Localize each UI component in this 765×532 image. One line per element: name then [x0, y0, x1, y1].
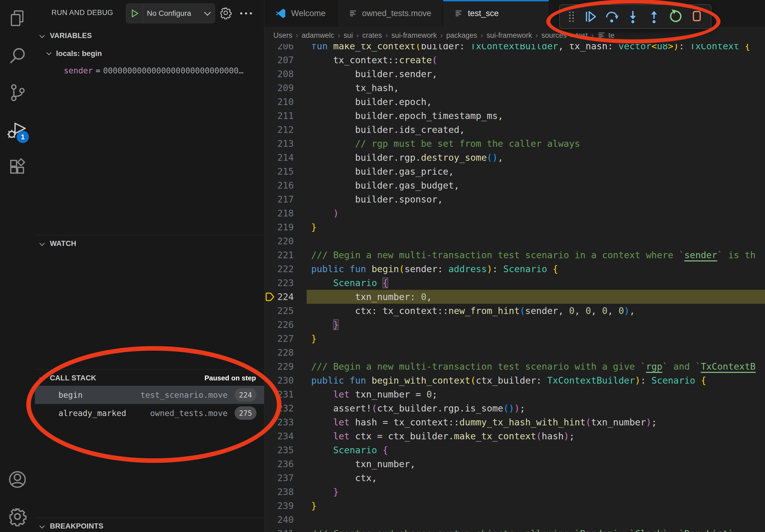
code-line-240[interactable]: 240	[264, 513, 765, 527]
line-number: 226	[264, 318, 294, 332]
more-actions-icon[interactable]	[239, 8, 253, 20]
line-number: 213	[264, 136, 294, 150]
line-number: 214	[264, 150, 294, 164]
code-line-206[interactable]: 206fun make_tx_context(builder: TxContex…	[264, 44, 765, 53]
code-text: }	[311, 485, 339, 499]
breadcrumb-separator: ›	[353, 31, 363, 40]
call-stack-section-header[interactable]: CALL STACK Paused on step	[35, 372, 264, 384]
search-icon[interactable]	[0, 41, 35, 71]
debug-config-dropdown[interactable]: No Configura	[126, 3, 215, 23]
code-line-223[interactable]: 223 Scenario {	[264, 276, 765, 290]
code-line-220[interactable]: 220	[264, 234, 765, 248]
code-line-237[interactable]: 237 ctx,	[264, 471, 765, 485]
breadcrumb-file[interactable]: te	[597, 31, 615, 40]
code-line-227[interactable]: 227}	[264, 332, 765, 346]
code-line-232[interactable]: 232 assert!(ctx_builder.rgp.is_some());	[264, 401, 765, 415]
stack-frame-already_marked[interactable]: already_markedowned_tests.move275	[35, 404, 264, 422]
code-line-233[interactable]: 233 let hash = tx_context::dummy_tx_hash…	[264, 415, 765, 429]
code-line-207[interactable]: 207 tx_context::create(	[264, 53, 765, 67]
call-stack-frames: begintest_scenario.move224already_marked…	[35, 386, 264, 422]
breadcrumb-item[interactable]: adamwelc	[302, 31, 335, 40]
breadcrumb-item[interactable]: crates	[363, 31, 382, 40]
breakpoints-section-header[interactable]: BREAKPOINTS	[35, 520, 264, 532]
breadcrumb-item[interactable]: sui-framework	[391, 31, 437, 40]
code-line-238[interactable]: 238 }	[264, 485, 765, 499]
source-control-icon[interactable]	[0, 78, 35, 108]
code-line-239[interactable]: 239}	[264, 499, 765, 513]
code-line-214[interactable]: 214 builder.rgp.destroy_some(),	[264, 150, 765, 164]
code-line-241[interactable]: 241/// Creates and shares system objects…	[264, 527, 765, 532]
line-number: 220	[264, 234, 294, 248]
breadcrumb-item[interactable]: packages	[446, 31, 477, 40]
code-text: builder.epoch_timestamp_ms,	[311, 109, 503, 123]
continue-icon[interactable]	[582, 8, 598, 25]
code-line-217[interactable]: 217 builder.sponsor,	[264, 192, 765, 206]
code-line-230[interactable]: 230public fun begin_with_context(ctx_bui…	[264, 374, 765, 387]
step-out-icon[interactable]	[646, 8, 662, 25]
code-line-236[interactable]: 236 txn_number,	[264, 457, 765, 471]
breadcrumb-item[interactable]: sui-framework	[486, 31, 532, 40]
line-number: 228	[264, 346, 294, 360]
tab-test-sce[interactable]: test_sce	[443, 0, 549, 27]
line-number: 225	[264, 304, 294, 318]
stack-frame-begin[interactable]: begintest_scenario.move224	[35, 386, 264, 404]
debug-settings-gear-icon[interactable]	[219, 6, 232, 20]
code-line-208[interactable]: 208 builder.sender,	[264, 67, 765, 81]
code-line-211[interactable]: 211 builder.epoch_timestamp_ms,	[264, 109, 765, 123]
code-line-229[interactable]: 229/// Begin a new multi-transaction tes…	[264, 360, 765, 374]
breadcrumb-item[interactable]: sources	[541, 31, 567, 40]
variables-scope-row[interactable]: locals: begin	[47, 49, 102, 58]
code-line-226[interactable]: 226 }	[264, 318, 765, 332]
code-line-216[interactable]: 216 builder.gas_budget,	[264, 178, 765, 192]
code-line-215[interactable]: 215 builder.gas_price,	[264, 164, 765, 178]
extensions-icon[interactable]	[0, 153, 35, 183]
settings-gear-icon[interactable]	[0, 502, 35, 531]
debug-config-label: No Configura	[143, 9, 205, 18]
start-debugging-icon[interactable]	[126, 4, 143, 23]
run-and-debug-icon[interactable]: 1	[0, 116, 35, 145]
breadcrumb-item[interactable]: sui	[344, 31, 353, 40]
code-text: tx_context::create(	[311, 53, 437, 67]
stop-icon[interactable]	[689, 8, 704, 25]
step-over-icon[interactable]	[604, 8, 619, 25]
code-line-212[interactable]: 212 builder.ids_created,	[264, 123, 765, 136]
step-into-icon[interactable]	[625, 8, 641, 25]
code-line-234[interactable]: 234 let ctx = ctx_builder.make_tx_contex…	[264, 429, 765, 443]
breadcrumb-separator: ›	[334, 31, 344, 40]
variable-row-sender[interactable]: sender=0000000000000000000000000000…	[64, 66, 243, 75]
line-number: 238	[264, 485, 294, 499]
editor-group: Welcomeowned_tests.movetest_sce Users›ad…	[264, 0, 765, 532]
code-line-221[interactable]: 221/// Begin a new multi-transaction tes…	[264, 248, 765, 262]
code-line-218[interactable]: 218 )	[264, 206, 765, 220]
watch-section-header[interactable]: WATCH	[35, 237, 264, 250]
code-line-231[interactable]: 231 let txn_number = 0;	[264, 387, 765, 401]
variables-section-header[interactable]: VARIABLES	[35, 30, 264, 42]
line-number: 211	[264, 109, 294, 123]
breadcrumb-item[interactable]: Users	[274, 31, 293, 40]
line-number: 236	[264, 457, 294, 471]
code-text: builder.sponsor,	[311, 192, 443, 206]
code-text: /// Begin a new multi-transaction test s…	[311, 248, 756, 262]
toolbar-drag-handle[interactable]	[566, 8, 577, 25]
code-line-225[interactable]: 225 ctx: tx_context::new_from_hint(sende…	[264, 304, 765, 318]
code-line-222[interactable]: 222public fun begin(sender: address): Sc…	[264, 262, 765, 276]
code-text: }	[311, 332, 317, 346]
code-line-210[interactable]: 210 builder.epoch,	[264, 95, 765, 109]
tab-welcome[interactable]: Welcome	[264, 0, 338, 27]
code-line-235[interactable]: 235 Scenario {	[264, 443, 765, 457]
editor-code[interactable]: 206fun make_tx_context(builder: TxContex…	[264, 44, 765, 532]
code-line-224[interactable]: 224 txn_number: 0,	[264, 290, 765, 304]
account-icon[interactable]	[0, 465, 35, 494]
restart-icon[interactable]	[668, 8, 683, 25]
line-number: 231	[264, 387, 294, 401]
vscode-logo-icon	[276, 8, 286, 19]
line-number: 210	[264, 95, 294, 109]
tab-owned-tests-move[interactable]: owned_tests.move	[338, 0, 443, 27]
code-line-228[interactable]: 228	[264, 346, 765, 360]
code-line-219[interactable]: 219}	[264, 220, 765, 234]
breadcrumb-item[interactable]: test	[576, 31, 588, 40]
code-text: txn_number: 0,	[311, 290, 432, 304]
code-line-209[interactable]: 209 tx_hash,	[264, 81, 765, 95]
explorer-icon[interactable]	[0, 3, 35, 33]
code-line-213[interactable]: 213 // rgp must be set from the caller a…	[264, 136, 765, 150]
